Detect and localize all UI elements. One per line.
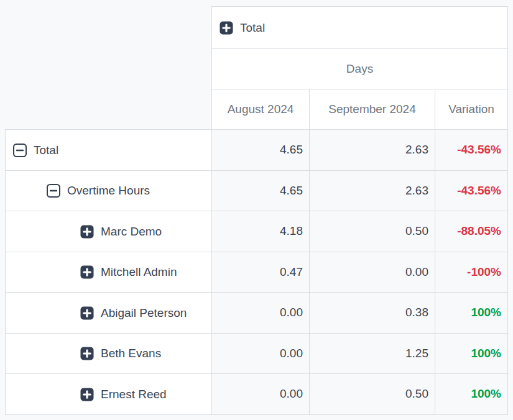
table-row: Ernest Reed 0.00 0.50 100% [6, 374, 508, 415]
cell-september-2024[interactable]: 0.38 [310, 293, 435, 334]
cell-august-2024[interactable]: 4.18 [212, 211, 310, 252]
cell-september-2024[interactable]: 2.63 [310, 130, 435, 171]
cell-variation[interactable]: -43.56% [435, 170, 508, 211]
row-header[interactable]: Marc Demo [6, 211, 212, 252]
table-row: Beth Evans 0.00 1.25 100% [6, 333, 508, 374]
minus-square-icon[interactable] [47, 184, 60, 198]
cell-variation[interactable]: -88.05% [435, 211, 508, 252]
row-header[interactable]: Total [6, 130, 212, 171]
measure-header-days: Days [212, 49, 508, 89]
cell-september-2024[interactable]: 2.63 [310, 170, 435, 211]
cell-september-2024[interactable]: 0.00 [310, 252, 435, 293]
table-row: Overtime Hours 4.65 2.63 -43.56% [6, 170, 508, 211]
row-label: Abigail Peterson [101, 306, 187, 319]
plus-square-icon[interactable] [80, 306, 94, 320]
plus-square-icon[interactable] [80, 347, 94, 360]
row-label: Mitchell Admin [101, 265, 177, 278]
cell-variation[interactable]: 100% [435, 374, 508, 415]
pivot-column-headers: Total Days August 2024 September 2024 Va… [6, 7, 508, 130]
row-header[interactable]: Overtime Hours [6, 170, 212, 211]
cell-september-2024[interactable]: 0.50 [310, 211, 435, 252]
column-header-august-2024[interactable]: August 2024 [212, 89, 310, 130]
cell-august-2024[interactable]: 0.00 [212, 374, 310, 415]
table-row: Abigail Peterson 0.00 0.38 100% [6, 293, 508, 334]
cell-variation[interactable]: 100% [435, 333, 508, 374]
row-header[interactable]: Abigail Peterson [6, 293, 212, 334]
table-row: Marc Demo 4.18 0.50 -88.05% [6, 211, 508, 252]
row-label: Beth Evans [101, 347, 161, 360]
column-header-september-2024[interactable]: September 2024 [310, 89, 435, 130]
plus-square-icon[interactable] [80, 265, 94, 279]
pivot-body: Total 4.65 2.63 -43.56% Overtime Hours 4… [6, 130, 508, 415]
cell-september-2024[interactable]: 1.25 [310, 333, 435, 374]
row-header[interactable]: Beth Evans [6, 333, 212, 374]
minus-square-icon[interactable] [13, 144, 27, 157]
cell-august-2024[interactable]: 4.65 [212, 170, 310, 211]
column-group-total-label: Total [240, 21, 265, 34]
cell-august-2024[interactable]: 4.65 [212, 130, 310, 171]
cell-august-2024[interactable]: 0.00 [212, 333, 310, 374]
cell-variation[interactable]: -100% [435, 252, 508, 293]
cell-variation[interactable]: -43.56% [435, 130, 508, 171]
cell-august-2024[interactable]: 0.00 [212, 293, 310, 334]
pivot-table: Total Days August 2024 September 2024 Va… [5, 6, 508, 415]
plus-square-icon[interactable] [80, 388, 94, 401]
column-group-total[interactable]: Total [212, 7, 508, 49]
row-label: Marc Demo [101, 225, 162, 238]
row-header[interactable]: Ernest Reed [6, 374, 212, 415]
row-label: Total [34, 144, 58, 157]
corner-spacer [6, 7, 212, 130]
cell-variation[interactable]: 100% [435, 293, 508, 334]
plus-square-icon[interactable] [80, 225, 94, 239]
row-label: Ernest Reed [101, 388, 167, 401]
plus-square-icon[interactable] [220, 21, 233, 35]
row-header[interactable]: Mitchell Admin [6, 252, 212, 293]
table-row: Mitchell Admin 0.47 0.00 -100% [6, 252, 508, 293]
cell-august-2024[interactable]: 0.47 [212, 252, 310, 293]
cell-september-2024[interactable]: 0.50 [310, 374, 435, 415]
row-label: Overtime Hours [67, 184, 150, 197]
column-header-variation[interactable]: Variation [435, 89, 508, 130]
table-row: Total 4.65 2.63 -43.56% [6, 130, 508, 171]
